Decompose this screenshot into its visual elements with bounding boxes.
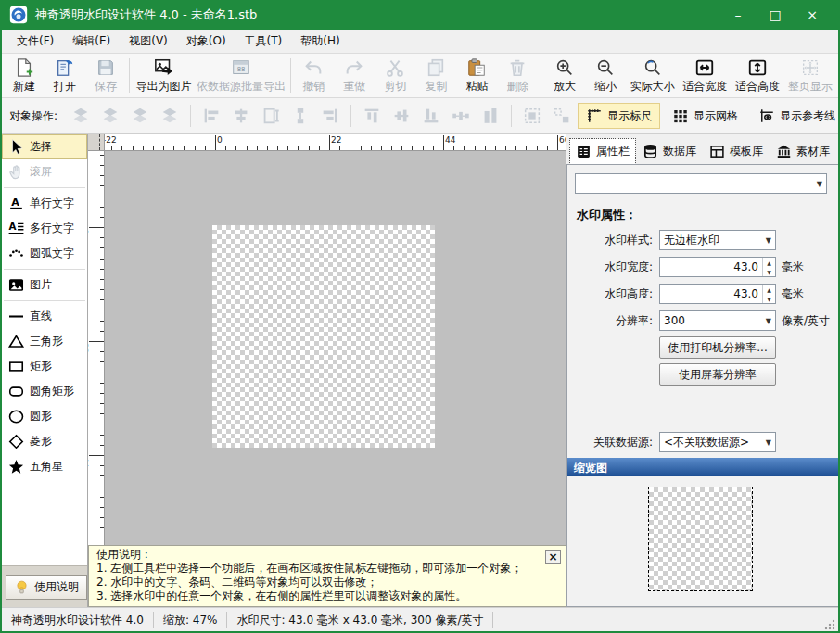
ruler-tick — [100, 527, 104, 528]
rounded-rect-icon — [7, 383, 25, 400]
tool-multi-line-text[interactable]: A多行文字 — [2, 216, 87, 241]
property-select[interactable]: 300▼ — [659, 310, 776, 331]
toolbar-button[interactable]: 新建 — [4, 55, 45, 96]
ruler-tick — [100, 393, 104, 394]
spin-up-icon[interactable]: ▲ — [763, 258, 775, 267]
tool-hand: 滚屏 — [2, 159, 87, 184]
tab-database[interactable]: 数据库 — [637, 139, 702, 164]
ruler-tick — [215, 135, 216, 150]
toolbar-separator — [511, 105, 512, 127]
ruler-corner — [88, 134, 105, 151]
bulb-icon — [14, 579, 30, 595]
ruler-tick — [100, 259, 104, 260]
tool-rectangle[interactable]: 矩形 — [2, 354, 87, 379]
tool-single-line-text[interactable]: A单行文字 — [2, 191, 87, 216]
property-label: 分辨率: — [575, 313, 653, 329]
ruler-tick — [100, 196, 104, 196]
ruler-tick — [100, 487, 104, 487]
resize-grip-icon[interactable] — [823, 618, 836, 631]
property-row: 水印宽度:43.0▲▼毫米 — [575, 256, 831, 278]
toolbar-button[interactable]: 放大 — [544, 55, 585, 96]
toolbar-button[interactable]: 实际大小 — [626, 55, 679, 96]
align-right-icon — [320, 106, 340, 126]
toggle-grid[interactable]: 显示网格 — [664, 103, 746, 129]
toolbar-button[interactable]: 缩小 — [585, 55, 626, 96]
right-panel: 属性栏数据库模板库素材库 ▼ 水印属性： 水印样式:无边框水印▼水印宽度:43.… — [566, 134, 838, 607]
ruler-tick — [319, 146, 320, 150]
toggle-ruler[interactable]: 显示标尺 — [578, 103, 660, 129]
same-size-icon — [480, 106, 501, 126]
maximize-button[interactable]: □ — [757, 0, 794, 30]
tool-star[interactable]: 五角星 — [2, 454, 87, 479]
cursor-icon — [7, 138, 25, 156]
property-select[interactable]: 无边框水印▼ — [659, 230, 776, 250]
close-button[interactable]: × — [794, 0, 831, 30]
center-in-canvas-icon — [261, 106, 281, 126]
menu-item[interactable]: 工具(T) — [235, 30, 292, 53]
chevron-down-icon: ▼ — [766, 317, 771, 325]
tool-arc-text[interactable]: 圆弧文字 — [2, 241, 87, 266]
tool-diamond[interactable]: 菱形 — [2, 429, 87, 454]
toolbar-button[interactable]: 打开 — [45, 55, 85, 96]
app-icon — [9, 6, 28, 24]
toolbar-button-label: 放大 — [554, 79, 576, 95]
tool-picture[interactable]: 图片 — [2, 272, 87, 298]
object-op-button — [417, 103, 445, 129]
menu-item[interactable]: 对象(O) — [177, 30, 235, 53]
ruler-tick — [100, 289, 104, 290]
toolbar-button-label: 适合宽度 — [682, 79, 727, 95]
ruler-tick — [100, 299, 104, 300]
resolution-button[interactable]: 使用屏幕分辨率 — [659, 363, 776, 386]
ruler-tick — [121, 146, 122, 150]
help-close-button[interactable]: × — [545, 550, 561, 564]
usage-help-button[interactable]: 使用说明 — [6, 575, 87, 600]
horizontal-ruler: -220224466 — [105, 134, 566, 151]
property-spinner[interactable]: 43.0▲▼ — [659, 284, 776, 304]
ruler-tick — [298, 146, 299, 150]
spin-down-icon[interactable]: ▼ — [763, 294, 775, 303]
toolbar-button[interactable]: 适合高度 — [732, 55, 784, 96]
tab-material[interactable]: 素材库 — [770, 139, 835, 164]
ruler-tick — [257, 146, 258, 150]
ruler-tick — [173, 146, 174, 150]
object-selector-combo[interactable]: ▼ — [575, 173, 827, 194]
ungroup-icon — [552, 106, 572, 126]
tool-triangle[interactable]: 三角形 — [2, 329, 87, 354]
watermark-design-area[interactable] — [212, 225, 435, 448]
ruler-label: 44 — [445, 135, 455, 145]
tool-label: 直线 — [30, 309, 52, 324]
ruler-tick — [89, 455, 104, 456]
menu-item[interactable]: 文件(F) — [7, 30, 63, 53]
tool-cursor[interactable]: 选择 — [2, 134, 87, 159]
ruler-tick — [381, 146, 382, 150]
tab-properties[interactable]: 属性栏 — [570, 139, 635, 164]
minimize-button[interactable]: – — [719, 0, 757, 30]
ruler-tick — [557, 135, 558, 150]
menu-item[interactable]: 视图(V) — [120, 30, 177, 53]
spin-up-icon[interactable]: ▲ — [763, 285, 775, 294]
datasource-select[interactable]: <不关联数据源> ▼ — [659, 432, 776, 452]
menu-bar: 文件(F)编辑(E)视图(V)对象(O)工具(T)帮助(H) — [2, 30, 838, 54]
menu-item[interactable]: 帮助(H) — [291, 30, 349, 53]
toolbar-button[interactable]: 适合宽度 — [679, 55, 732, 96]
align-middle-vertical-icon — [391, 106, 412, 126]
toggle-guides[interactable]: 显示参考线 — [750, 103, 840, 129]
toolbar-button[interactable]: 粘贴 — [456, 55, 497, 96]
template-icon — [709, 144, 725, 159]
resolution-button[interactable]: 使用打印机分辨率... — [659, 336, 776, 359]
tab-template[interactable]: 模板库 — [704, 139, 769, 164]
toolbar-button[interactable]: 导出为图片 — [133, 55, 195, 96]
tool-label: 多行文字 — [30, 221, 74, 236]
ruler-tick — [391, 146, 392, 150]
spin-down-icon[interactable]: ▼ — [763, 267, 775, 276]
tool-rounded-rect[interactable]: 圆角矩形 — [2, 379, 87, 404]
object-op-button — [358, 103, 386, 129]
canvas[interactable] — [105, 151, 566, 545]
tool-line[interactable]: 直线 — [2, 304, 87, 329]
property-spinner[interactable]: 43.0▲▼ — [659, 257, 776, 277]
status-bar: 神奇透明水印设计软件 4.0缩放: 47%水印尺寸: 43.0 毫米 x 43.… — [2, 607, 838, 631]
tool-circle[interactable]: 圆形 — [2, 404, 87, 429]
export-image-icon — [154, 57, 174, 78]
menu-item[interactable]: 编辑(E) — [63, 30, 120, 53]
ruler-tick — [100, 155, 104, 156]
